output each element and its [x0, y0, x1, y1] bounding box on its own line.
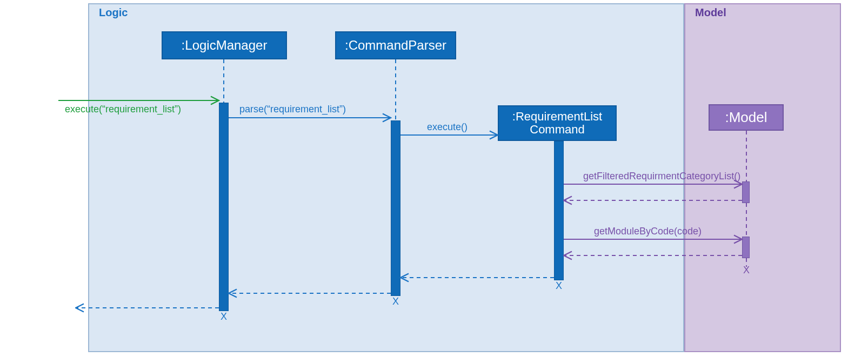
- lifeline-model-label: :Model: [725, 110, 767, 125]
- msg-parse: parse(“requirement_list”): [239, 104, 346, 115]
- activation-model-1: [742, 181, 750, 203]
- lifeline-model: :Model: [709, 104, 784, 131]
- msg-get-module: getModuleByCode(code): [594, 226, 702, 237]
- msg-execute: execute(): [427, 122, 468, 133]
- lifeline-logic-manager: :LogicManager: [162, 31, 287, 59]
- lifeline-reqlist-command: :RequirementList Command: [498, 105, 617, 141]
- lifeline-command-parser-label: :CommandParser: [345, 38, 446, 52]
- frame-model-title: Model: [695, 6, 726, 19]
- activation-logic-manager: [219, 103, 229, 311]
- msg-get-filtered: getFilteredRequirmentCategoryList(): [583, 171, 740, 182]
- msg-execute-in: execute(“requirement_list”): [65, 104, 181, 115]
- lifeline-reqlist-command-label: :RequirementList Command: [503, 110, 611, 136]
- lifeline-logic-manager-label: :LogicManager: [182, 38, 268, 52]
- frame-logic-title: Logic: [99, 6, 128, 19]
- lifeline-command-parser: :CommandParser: [335, 31, 456, 59]
- termination-reqlist-command: X: [556, 280, 562, 292]
- activation-reqlist-command: [554, 141, 564, 280]
- activation-model-2: [742, 237, 750, 258]
- termination-logic-manager: X: [221, 311, 227, 322]
- termination-command-parser: X: [392, 296, 399, 307]
- termination-model: X: [743, 265, 750, 276]
- activation-command-parser: [391, 120, 400, 296]
